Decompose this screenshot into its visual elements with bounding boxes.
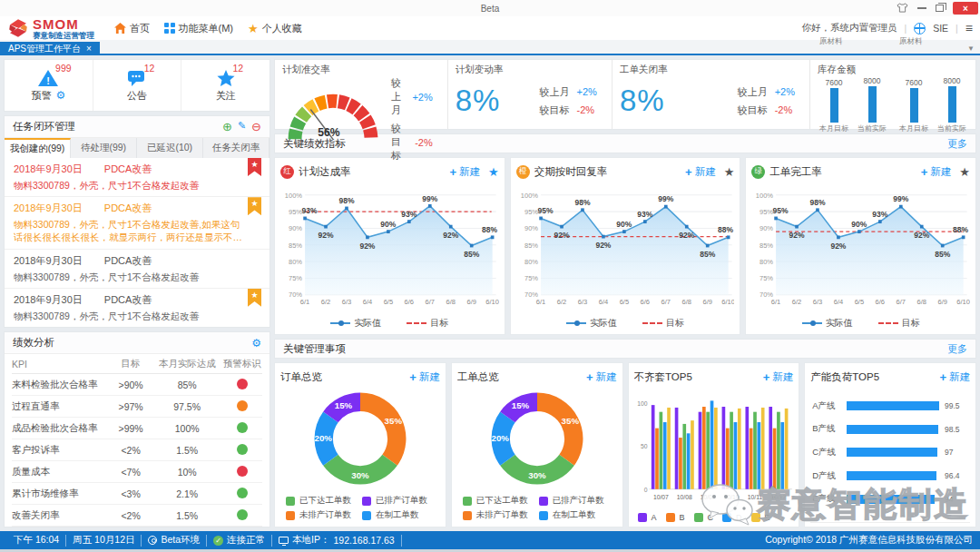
app-window: Beta × SMOM 赛意制造运营管理 首页 xyxy=(0,0,980,552)
svg-text:99%: 99% xyxy=(658,194,673,203)
bookmark-icon[interactable]: ★ xyxy=(248,289,261,307)
status-ip: 本地IP：192.168.17.63 xyxy=(272,535,402,547)
svg-text:95%: 95% xyxy=(760,208,773,216)
edit-icon[interactable]: ✎ xyxy=(238,120,246,133)
theme-icon[interactable] xyxy=(897,3,908,15)
tab-close-icon[interactable]: × xyxy=(86,44,92,54)
chart-card-shortage-top5: 不齐套TOP5 +新建 05010010/0710/0810/0910/1010… xyxy=(628,362,800,527)
donut-chart: 35%30%20%15% xyxy=(280,387,440,493)
list-item[interactable]: 2018年9月30日PDCA改善 物料3300789，外壳，尺寸1不合格发起改善… xyxy=(5,250,270,289)
plus-icon: + xyxy=(685,165,692,179)
beta-label: Beta xyxy=(481,4,500,14)
more-link[interactable]: 更多 xyxy=(947,137,967,151)
new-button[interactable]: +新建 xyxy=(449,165,480,179)
left-column: 999 ! 预警⚙ 12 公告 12 关注 任务闭环管理 xyxy=(4,59,270,527)
new-button[interactable]: +新建 xyxy=(763,370,794,384)
favorite-star-icon[interactable]: ★ xyxy=(488,166,499,178)
svg-text:92%: 92% xyxy=(789,231,805,240)
svg-text:88%: 88% xyxy=(482,225,497,234)
inventory-mini-bars: 原材料7600本月目标8000当前实际原材料7600本月目标8000当前实际 xyxy=(818,76,968,134)
kpi-title: 计划准交率 xyxy=(282,64,440,76)
table-row: 成品检验批次合格率>99%100% xyxy=(12,418,262,439)
legend-dash-icon xyxy=(407,322,426,324)
locale-label[interactable]: SIE xyxy=(933,23,948,34)
favorite-star-icon[interactable]: ★ xyxy=(724,166,735,178)
quick-stat-follow[interactable]: 12 关注 xyxy=(181,60,270,111)
bookmark-icon[interactable]: ★ xyxy=(248,158,261,176)
svg-text:98%: 98% xyxy=(574,198,590,207)
kpi-strip: 计划准交率 56% 较上月+2% 较目标-2% 计划变动率 8% 较 xyxy=(274,59,976,130)
task-desc: 物料3300789，外壳，尺寸1不合格发起改善,如果这句话很长很长很长很长，就显… xyxy=(14,218,246,243)
svg-text:98%: 98% xyxy=(338,196,354,205)
task-date: 2018年9月30日 xyxy=(14,293,83,307)
quick-stat-alerts[interactable]: 999 ! 预警⚙ xyxy=(5,60,93,111)
list-item[interactable]: 2018年9月30日PDCA改善 物料3300789，外壳，尺寸1不合格发起改善… xyxy=(5,289,270,327)
remove-circle-icon[interactable]: ⊖ xyxy=(251,120,261,133)
svg-text:10/09: 10/09 xyxy=(700,492,715,501)
favorite-star-icon[interactable]: ★ xyxy=(959,166,970,178)
status-badge xyxy=(237,488,248,498)
line-chart: 70%75%80%85%90%95%100%93%6/192%6/298%6/3… xyxy=(280,182,499,316)
legend-dash-icon xyxy=(878,322,898,324)
chart-legend: 实际值 目标 xyxy=(280,316,499,330)
donut-chart: 35%30%20%15% xyxy=(457,387,617,493)
svg-text:15%: 15% xyxy=(335,399,353,409)
status-badge xyxy=(237,509,248,520)
line-chart: 70%75%80%85%90%95%100%95%6/192%6/298%6/3… xyxy=(751,182,970,316)
chart-legend: 已下达工单数已排产订单数未排产订单数在制工单数 xyxy=(457,493,617,523)
performance-title: 绩效分析 xyxy=(13,336,54,350)
svg-text:30%: 30% xyxy=(528,469,546,479)
svg-text:6/6: 6/6 xyxy=(405,298,414,306)
right-column: 计划准交率 56% 较上月+2% 较目标-2% 计划变动率 8% 较 xyxy=(274,59,976,527)
new-button[interactable]: +新建 xyxy=(939,370,970,384)
svg-text:6/10: 6/10 xyxy=(721,298,734,306)
task-list: 2018年9月30日PDCA改善 物料3300789，外壳，尺寸1不合格发起改善… xyxy=(5,158,270,327)
list-item[interactable]: 2018年9月30日PDCA改善 物料3300789，外壳，尺寸1不合格发起改善… xyxy=(5,158,270,197)
task-tab-pending[interactable]: 待处理(99) xyxy=(71,138,137,158)
new-button[interactable]: +新建 xyxy=(921,165,952,179)
minimize-button[interactable] xyxy=(917,7,926,9)
task-tab-closerate[interactable]: 任务关闭率 xyxy=(203,138,270,158)
task-date: 2018年9月30日 xyxy=(14,163,83,176)
svg-text:50: 50 xyxy=(640,442,647,451)
restore-button[interactable] xyxy=(936,5,944,12)
quick-stat-announcements[interactable]: 12 公告 xyxy=(93,60,182,111)
svg-text:6/2: 6/2 xyxy=(321,298,330,306)
nav-home[interactable]: 首页 xyxy=(114,22,150,35)
gauge-chart: 56% xyxy=(282,90,384,150)
grid-icon xyxy=(164,23,175,34)
task-tab-delayed[interactable]: 已延迟(10) xyxy=(137,138,203,158)
globe-icon[interactable] xyxy=(914,23,926,34)
more-link[interactable]: 更多 xyxy=(947,342,967,356)
list-item[interactable]: 2018年9月30日PDCA改善 物料3300789，外壳，尺寸1不合格发起改善… xyxy=(5,197,270,249)
new-button[interactable]: +新建 xyxy=(685,165,716,179)
bookmark-icon[interactable]: ★ xyxy=(248,197,261,215)
svg-text:100%: 100% xyxy=(521,191,538,199)
svg-text:92%: 92% xyxy=(915,231,930,240)
status-time: 下午 16:04 xyxy=(7,535,66,547)
nav-favorites[interactable]: ★ 个人收藏 xyxy=(248,22,302,35)
svg-text:6/9: 6/9 xyxy=(702,298,711,306)
svg-text:85%: 85% xyxy=(524,241,538,249)
svg-text:92%: 92% xyxy=(595,241,611,250)
red-badge-icon: 红 xyxy=(280,165,294,179)
svg-text:100%: 100% xyxy=(285,191,302,199)
gear-icon[interactable]: ⚙ xyxy=(55,90,65,101)
table-row: 质量成本<7%10% xyxy=(12,461,262,483)
hamburger-menu-icon[interactable]: ≡ xyxy=(965,21,973,35)
add-circle-icon[interactable]: ⊕ xyxy=(222,120,232,133)
status-badge xyxy=(237,379,248,389)
status-badge xyxy=(237,444,248,455)
svg-text:6/4: 6/4 xyxy=(834,298,844,306)
section-title: 关键管理事项 xyxy=(283,342,346,356)
svg-text:6/7: 6/7 xyxy=(426,298,435,306)
close-button[interactable]: × xyxy=(953,2,978,15)
svg-text:88%: 88% xyxy=(953,225,968,234)
svg-text:92%: 92% xyxy=(554,231,569,240)
table-row: 改善关闭率<2%1.5% xyxy=(12,505,262,527)
task-tab-created[interactable]: 我创建的(99) xyxy=(5,138,71,158)
announcement-count-badge: 12 xyxy=(144,63,155,74)
nav-menu[interactable]: 功能菜单(M) xyxy=(164,22,233,35)
gear-icon[interactable]: ⚙ xyxy=(251,338,261,349)
svg-text:6/6: 6/6 xyxy=(876,298,885,306)
